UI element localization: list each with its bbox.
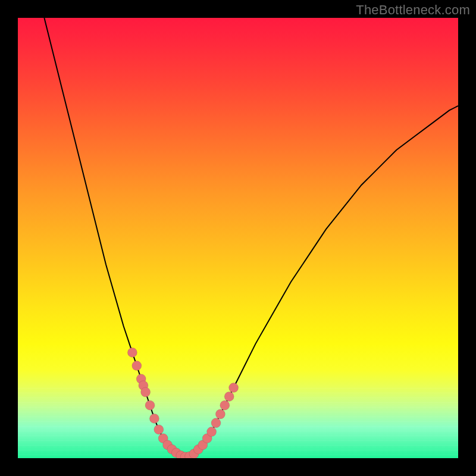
highlighted-point <box>127 347 137 357</box>
plot-area <box>18 18 458 458</box>
highlighted-point <box>220 400 230 410</box>
chart-frame: TheBottleneck.com <box>0 0 476 476</box>
highlighted-point <box>207 427 217 437</box>
highlighted-points-group <box>127 347 238 458</box>
watermark-text: TheBottleneck.com <box>356 2 470 18</box>
highlighted-point <box>229 383 239 393</box>
highlighted-point <box>132 361 142 371</box>
highlighted-point <box>154 425 164 434</box>
highlighted-point <box>211 418 221 428</box>
bottleneck-curve-line <box>44 18 458 457</box>
highlighted-point <box>215 409 225 419</box>
highlighted-point <box>224 392 234 401</box>
highlighted-point <box>145 400 155 410</box>
highlighted-point <box>149 414 159 423</box>
highlighted-point <box>141 387 151 397</box>
curve-svg <box>18 18 458 458</box>
